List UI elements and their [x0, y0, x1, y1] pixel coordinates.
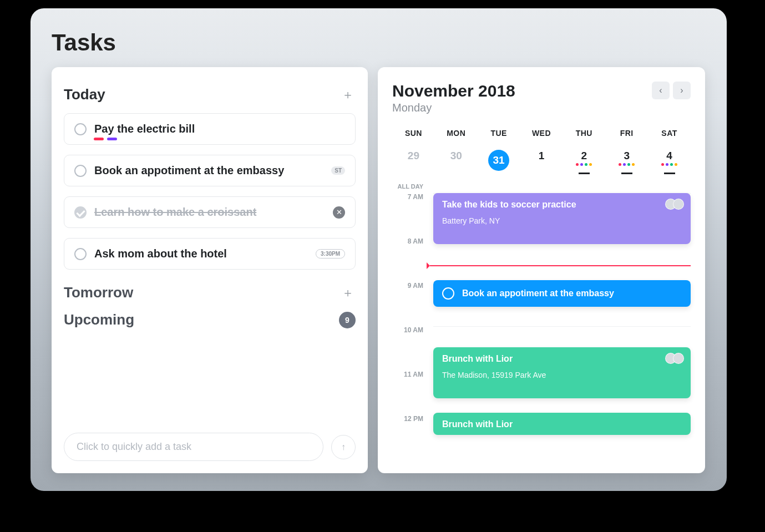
day-number: 4: [666, 150, 672, 161]
app-window: Tasks Today ＋ Pay the electric bill: [31, 8, 727, 491]
task-label: Learn how to make a croissant: [94, 206, 325, 219]
section-upcoming-title: Upcoming: [64, 311, 134, 328]
event-title: Take the kids to soccer practice: [442, 200, 682, 210]
day-number: 30: [450, 150, 462, 161]
hour-labels: 7 AM 8 AM 9 AM 10 AM 11 AM 12 PM: [392, 193, 423, 459]
calendar-panel: November 2018 Monday ‹ › SUN MON TUE WED…: [378, 67, 705, 473]
event-title: Brunch with Lior: [442, 419, 682, 429]
calendar-day[interactable]: 3: [605, 148, 648, 173]
day-number: 31: [488, 150, 509, 171]
task-row[interactable]: Learn how to make a croissant ✕: [64, 196, 356, 228]
tasks-panel: Today ＋ Pay the electric bill Book an ap…: [52, 67, 368, 473]
calendar-day[interactable]: 1: [520, 148, 563, 173]
event-title: Brunch with Lior: [442, 354, 682, 364]
calendar-day[interactable]: 31: [478, 148, 520, 173]
calendar-next-button[interactable]: ›: [673, 82, 691, 99]
calendar-day[interactable]: 29: [392, 148, 435, 173]
arrow-up-icon: ↑: [341, 442, 346, 452]
calendar-event[interactable]: Brunch with Lior: [433, 413, 691, 435]
allday-label: ALL DAY: [392, 183, 423, 190]
calendar-prev-button[interactable]: ‹: [652, 82, 670, 99]
task-row[interactable]: Book an appotiment at the embassy ST: [64, 155, 356, 186]
chevron-right-icon: ›: [680, 85, 683, 95]
event-location: Battery Park, NY: [442, 216, 682, 225]
calendar-event[interactable]: Take the kids to soccer practiceBattery …: [433, 193, 691, 244]
add-task-today-button[interactable]: ＋: [340, 87, 356, 103]
calendar-event[interactable]: Book an appotiment at the embassy: [433, 280, 691, 307]
task-row[interactable]: Ask mom about the hotel 3:30PM: [64, 238, 356, 270]
event-title: Book an appotiment at the embassy: [462, 288, 614, 298]
section-tomorrow-title: Tomorrow: [64, 284, 133, 301]
add-task-tomorrow-button[interactable]: ＋: [340, 285, 356, 301]
task-checkbox[interactable]: [74, 123, 87, 135]
task-label: Ask mom about the hotel: [94, 247, 308, 260]
chevron-left-icon: ‹: [659, 85, 662, 95]
avatar: [673, 353, 684, 364]
weekday-header: SUN MON TUE WED THU FRI SAT: [392, 129, 691, 138]
quick-add-submit-button[interactable]: ↑: [331, 435, 356, 459]
plus-icon: ＋: [342, 87, 354, 103]
avatar: [673, 199, 684, 210]
task-badge: ST: [331, 166, 345, 175]
day-number: 3: [624, 150, 630, 161]
current-time-indicator: [430, 265, 691, 266]
timeline-body[interactable]: Take the kids to soccer practiceBattery …: [433, 193, 691, 459]
upcoming-count-badge: 9: [339, 312, 356, 328]
calendar-day[interactable]: 2: [563, 148, 605, 173]
day-number: 29: [408, 150, 419, 161]
task-checkbox[interactable]: [74, 165, 87, 177]
calendar-title: November 2018: [392, 82, 515, 100]
calendar-event[interactable]: Brunch with LiorThe Madison, 15919 Park …: [433, 347, 691, 398]
calendar-day[interactable]: 30: [435, 148, 478, 173]
task-checkbox-checked[interactable]: [74, 206, 87, 219]
delete-task-button[interactable]: ✕: [333, 206, 345, 219]
task-time-badge: 3:30PM: [316, 249, 345, 259]
task-label: Book an appotiment at the embassy: [94, 164, 323, 177]
calendar-day[interactable]: 4: [648, 148, 691, 173]
day-number: 1: [539, 150, 545, 161]
quick-add-input[interactable]: Click to quickly add a task: [64, 433, 323, 461]
event-task-ring-icon: [442, 287, 454, 300]
calendar-subtitle: Monday: [392, 102, 515, 114]
event-avatars: [668, 353, 684, 364]
page-title: Tasks: [52, 29, 116, 56]
day-number: 2: [581, 150, 587, 161]
event-location: The Madison, 15919 Park Ave: [442, 371, 682, 379]
task-tag-dots: [94, 138, 117, 140]
plus-icon: ＋: [342, 285, 354, 301]
task-checkbox[interactable]: [74, 248, 87, 260]
section-today-title: Today: [64, 86, 105, 103]
close-icon: ✕: [336, 208, 342, 216]
event-avatars: [668, 199, 684, 210]
task-label: Pay the electric bill: [94, 123, 345, 135]
